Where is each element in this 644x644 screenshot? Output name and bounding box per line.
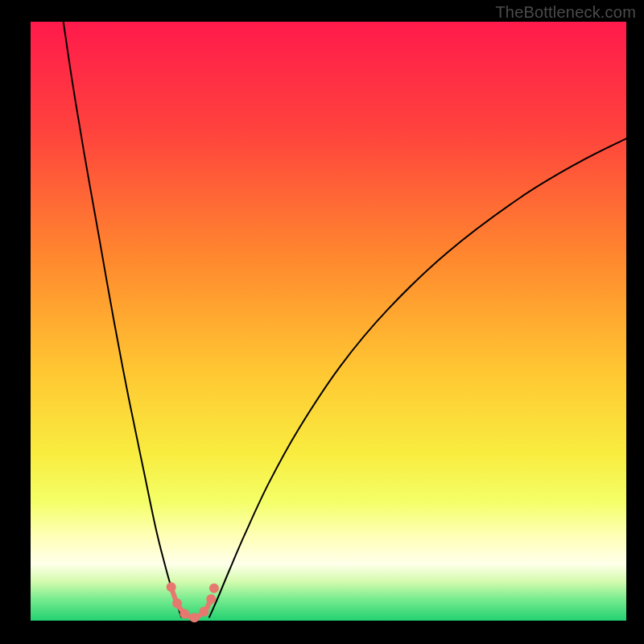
- plot-background: [31, 22, 626, 621]
- trough-dot-0: [167, 582, 176, 592]
- trough-dot-4: [199, 607, 208, 617]
- watermark-text: TheBottleneck.com: [495, 3, 636, 22]
- trough-dot-3: [190, 613, 200, 622]
- trough-dot-6: [209, 584, 219, 593]
- chart-svg: [0, 0, 644, 644]
- trough-dot-2: [180, 609, 189, 618]
- trough-dot-5: [206, 594, 216, 604]
- chart-stage: TheBottleneck.com: [0, 0, 644, 644]
- trough-dot-1: [172, 598, 182, 608]
